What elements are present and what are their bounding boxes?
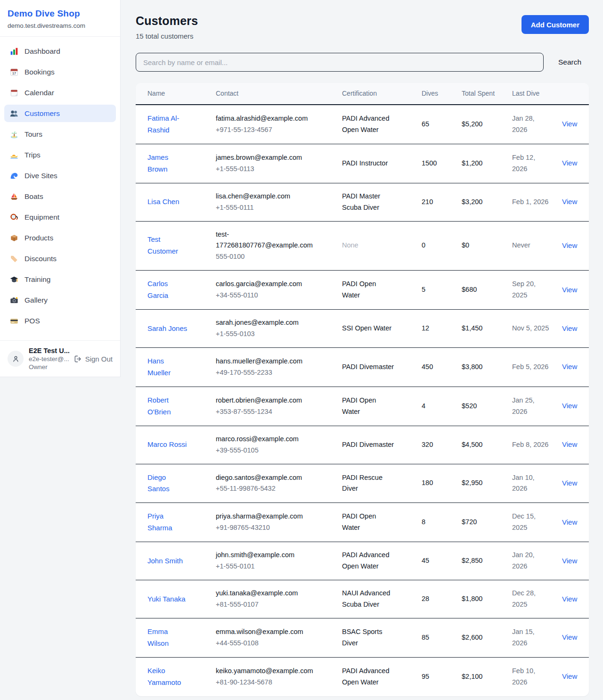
customer-name-link[interactable]: Emma Wilson bbox=[147, 627, 169, 647]
sidebar-item-customers[interactable]: Customers bbox=[4, 105, 116, 122]
avatar bbox=[8, 351, 24, 367]
customer-certification: PADI Open Water bbox=[342, 503, 422, 542]
customer-name-link[interactable]: Keiko Yamamoto bbox=[147, 667, 181, 686]
view-customer-link[interactable]: View bbox=[562, 120, 577, 128]
sidebar-item-bookings[interactable]: 17 Bookings bbox=[4, 63, 116, 81]
sidebar-item-tours[interactable]: Tours bbox=[4, 125, 116, 143]
customer-last-dive: Jan 28, 2026 bbox=[512, 105, 562, 144]
customer-total-spent: $1,450 bbox=[462, 310, 512, 348]
main-content: Customers 15 total customers Add Custome… bbox=[121, 0, 603, 696]
customer-phone: +34-555-0110 bbox=[216, 290, 316, 301]
customer-name-link[interactable]: Diego Santos bbox=[147, 473, 170, 493]
view-customer-link[interactable]: View bbox=[562, 633, 577, 641]
sidebar-item-dashboard[interactable]: Dashboard bbox=[4, 42, 116, 60]
view-customer-link[interactable]: View bbox=[562, 672, 577, 680]
customer-total-spent: $3,800 bbox=[462, 347, 512, 387]
view-customer-link[interactable]: View bbox=[562, 286, 577, 294]
customer-dives: 28 bbox=[422, 580, 462, 618]
customer-name-link[interactable]: John Smith bbox=[147, 557, 183, 565]
customer-dives: 12 bbox=[422, 310, 462, 348]
tag-icon bbox=[10, 255, 18, 263]
customer-last-dive: Sep 20, 2025 bbox=[512, 271, 562, 310]
view-customer-link[interactable]: View bbox=[562, 518, 577, 526]
customer-last-dive: Never bbox=[512, 221, 562, 271]
view-customer-link[interactable]: View bbox=[562, 159, 577, 167]
table-row: John Smith john.smith@example.com +1-555… bbox=[136, 542, 589, 580]
customer-name-link[interactable]: Test Customer bbox=[147, 235, 178, 255]
sidebar-item-label: Customers bbox=[24, 109, 60, 118]
customer-name-link[interactable]: Sarah Jones bbox=[147, 324, 187, 332]
customer-phone: +55-11-99876-5432 bbox=[216, 483, 316, 494]
customer-total-spent: $2,950 bbox=[462, 464, 512, 503]
sidebar-item-label: Bookings bbox=[24, 68, 55, 76]
sign-out-button[interactable]: Sign Out bbox=[74, 355, 113, 363]
customer-name-link[interactable]: Lisa Chen bbox=[147, 198, 179, 206]
customer-name-link[interactable]: Fatima Al-Rashid bbox=[147, 114, 179, 134]
customer-phone: +1-555-0103 bbox=[216, 329, 316, 340]
customer-certification: PADI Advanced Open Water bbox=[342, 105, 422, 144]
customer-name-link[interactable]: Marco Rossi bbox=[147, 440, 187, 448]
sidebar-item-pos[interactable]: POS bbox=[4, 312, 116, 329]
view-customer-link[interactable]: View bbox=[562, 198, 577, 206]
table-body: Fatima Al-Rashid fatima.alrashid@example… bbox=[136, 105, 589, 696]
customer-certification: PADI Divemaster bbox=[342, 426, 422, 464]
customer-email: emma.wilson@example.com bbox=[216, 626, 316, 638]
customer-last-dive: Jan 10, 2026 bbox=[512, 464, 562, 503]
sidebar-item-equipment[interactable]: Equipment bbox=[4, 208, 116, 226]
view-customer-link[interactable]: View bbox=[562, 595, 577, 603]
customer-last-dive: Jan 20, 2026 bbox=[512, 542, 562, 580]
customer-name-link[interactable]: Hans Mueller bbox=[147, 357, 171, 377]
customer-total-spent: $2,600 bbox=[462, 618, 512, 657]
customer-certification: PADI Open Water bbox=[342, 271, 422, 310]
island-icon bbox=[10, 130, 18, 139]
search-button[interactable]: Search bbox=[558, 58, 581, 66]
sidebar-item-label: Trips bbox=[24, 151, 41, 159]
view-customer-link[interactable]: View bbox=[562, 241, 577, 249]
sidebar-item-products[interactable]: Products bbox=[4, 229, 116, 247]
view-customer-link[interactable]: View bbox=[562, 479, 577, 487]
sidebar-item-dive-sites[interactable]: Dive Sites bbox=[4, 167, 116, 184]
customer-name-link[interactable]: Carlos Garcia bbox=[147, 280, 168, 299]
customer-certification: PADI Divemaster bbox=[342, 347, 422, 387]
customer-phone: +44-555-0108 bbox=[216, 638, 316, 649]
user-info: E2E Test U... e2e-tester@... Owner bbox=[29, 347, 69, 371]
view-customer-link[interactable]: View bbox=[562, 362, 577, 371]
view-customer-link[interactable]: View bbox=[562, 324, 577, 332]
customer-name-link[interactable]: Priya Sharma bbox=[147, 512, 172, 532]
sidebar-item-training[interactable]: Training bbox=[4, 271, 116, 288]
column-header-dives: Dives bbox=[422, 83, 462, 105]
view-customer-link[interactable]: View bbox=[562, 557, 577, 565]
dive-mask-icon bbox=[10, 213, 18, 222]
logout-icon bbox=[74, 355, 82, 363]
sidebar-item-label: Tours bbox=[24, 130, 42, 139]
customer-email: test-1772681807767@example.com bbox=[216, 229, 316, 252]
customer-email: hans.mueller@example.com bbox=[216, 356, 316, 367]
sidebar-item-boats[interactable]: Boats bbox=[4, 188, 116, 205]
customer-last-dive: Jan 15, 2026 bbox=[512, 618, 562, 657]
customer-name-link[interactable]: James Brown bbox=[147, 153, 168, 173]
customer-dives: 5 bbox=[422, 271, 462, 310]
search-input[interactable] bbox=[136, 53, 544, 72]
view-customer-link[interactable]: View bbox=[562, 440, 577, 448]
table-row: Lisa Chen lisa.chen@example.com +1-555-0… bbox=[136, 183, 589, 221]
customer-name-link[interactable]: Robert O'Brien bbox=[147, 396, 171, 416]
table-row: Yuki Tanaka yuki.tanaka@example.com +81-… bbox=[136, 580, 589, 618]
credit-card-icon bbox=[10, 317, 18, 325]
user-email: e2e-tester@... bbox=[29, 355, 69, 362]
view-customer-link[interactable]: View bbox=[562, 402, 577, 410]
sidebar-item-gallery[interactable]: Gallery bbox=[4, 291, 116, 309]
customer-certification: PADI Rescue Diver bbox=[342, 464, 422, 503]
sidebar-item-label: Boats bbox=[24, 192, 43, 201]
customer-email: lisa.chen@example.com bbox=[216, 191, 316, 202]
customer-phone: 555-0100 bbox=[216, 251, 316, 263]
customer-email: priya.sharma@example.com bbox=[216, 511, 316, 522]
sidebar-item-discounts[interactable]: Discounts bbox=[4, 250, 116, 267]
speedboat-icon bbox=[10, 151, 18, 159]
customer-total-spent: $1,800 bbox=[462, 580, 512, 618]
sidebar-item-calendar[interactable]: Calendar bbox=[4, 84, 116, 101]
customer-name-link[interactable]: Yuki Tanaka bbox=[147, 595, 186, 603]
sidebar-item-trips[interactable]: Trips bbox=[4, 146, 116, 164]
table-row: Keiko Yamamoto keiko.yamamoto@example.co… bbox=[136, 657, 589, 696]
sidebar-item-label: Dashboard bbox=[24, 47, 60, 56]
add-customer-button[interactable]: Add Customer bbox=[522, 15, 589, 34]
